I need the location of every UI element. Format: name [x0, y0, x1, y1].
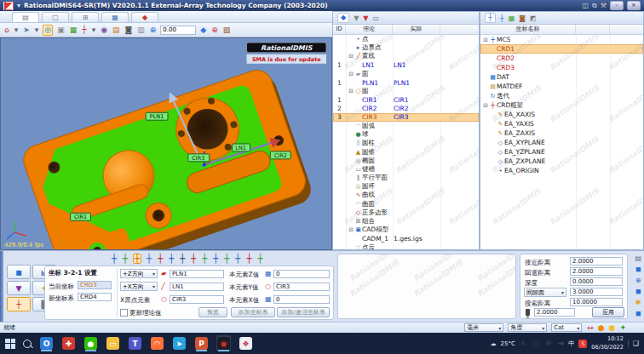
cursor-dropdown-icon[interactable]: ▾	[34, 26, 40, 35]
taskbar-app-wechat[interactable]: ●	[83, 335, 98, 351]
clearance-select[interactable]: 间隙圆▾	[524, 288, 566, 297]
add-coordinate-button[interactable]: 添加坐标系	[231, 307, 275, 317]
tab-document[interactable]: ▢	[42, 12, 69, 22]
tree-row-点云[interactable]: ∷点云	[333, 243, 479, 250]
tree-row-圆环[interactable]: ◎圆环	[333, 182, 479, 191]
add-activate-coordinate-button[interactable]: 添加/激活坐标系	[277, 307, 330, 317]
tree-row-圆[interactable]: ⊟○圆	[333, 87, 479, 95]
feature-monitor-icon[interactable]: ▭	[372, 14, 379, 22]
taskbar-app-security[interactable]: ✚	[61, 335, 76, 351]
csys-method-13[interactable]: ┼	[245, 254, 252, 263]
cursor-select-icon[interactable]: ➤	[22, 26, 31, 35]
start-button[interactable]	[5, 339, 15, 349]
tree-row-圆锥[interactable]: ▲圆锥	[333, 147, 479, 156]
collapse-icon[interactable]: ⊟	[348, 71, 354, 77]
probe-diameter-input[interactable]	[534, 308, 575, 317]
tree-row-曲线[interactable]: ∿曲线	[333, 191, 479, 199]
cylinder-view-icon[interactable]: ▥	[136, 26, 146, 35]
probe-param-input-5[interactable]	[570, 298, 623, 306]
taskbar-app-outlook[interactable]: O	[39, 335, 54, 351]
tray-device-icon[interactable]: ▭	[531, 339, 540, 348]
tree-row-ea_xaxis[interactable]: ✎EA_XAXIS	[480, 110, 643, 119]
csys-method-321[interactable]: ┼	[133, 254, 141, 264]
rotate-center-icon[interactable]: ◎	[43, 25, 53, 36]
zoom-value-input[interactable]	[160, 26, 196, 35]
feature-tree-tab-icon[interactable]: ◆	[337, 13, 349, 23]
tree-row-圆弧[interactable]: ◠圆弧	[333, 122, 479, 130]
tree-row-ea_zaxis[interactable]: ✎EA_ZAXIS	[480, 128, 643, 138]
taskbar-app-rationaldmis[interactable]: ◉	[216, 335, 231, 351]
tree-row-mcs[interactable]: ⊟┼MCS	[480, 35, 643, 44]
tree-row-pln1[interactable]: 1PLN1PLN1	[333, 78, 479, 87]
dock-probe2-icon[interactable]: ◼	[635, 310, 642, 318]
tree-row-正多边形[interactable]: ◇正多边形	[333, 208, 479, 217]
csys-method-9[interactable]: ┼	[201, 254, 208, 263]
csys-method-12[interactable]: ┼	[234, 254, 241, 263]
view-eye-icon[interactable]: ◉	[100, 26, 108, 35]
coordinate-setup-button[interactable]: ┼	[7, 297, 31, 311]
element-input-3[interactable]	[170, 295, 224, 304]
status-ball-icon[interactable]: ●	[597, 323, 606, 333]
tree-row-crd1[interactable]: CRD1	[480, 44, 643, 54]
taskbar-app-misc[interactable]: ❖	[239, 335, 253, 351]
csys-method-11[interactable]: ┼	[223, 254, 230, 263]
tree-row-边界点[interactable]: ▸边界点	[333, 43, 479, 52]
value-input-2[interactable]	[273, 283, 330, 291]
window-swap-icon[interactable]: ⧉	[592, 3, 597, 9]
dock-zoom-icon[interactable]: ⊕	[635, 277, 642, 285]
tree-row-面[interactable]: ⊟▰面	[333, 70, 479, 78]
tree-row-cadm_1[interactable]: CADM_11.ges.igs	[333, 234, 479, 243]
tree-row-平行平面[interactable]: ∥平行平面	[333, 174, 479, 182]
current-coord-input[interactable]	[78, 281, 112, 289]
feature-label-cir2[interactable]: CIR2	[270, 151, 290, 159]
csys-method-2[interactable]: ┼	[122, 254, 129, 263]
coord-lock-icon[interactable]: ◙	[519, 14, 526, 22]
dock-print-icon[interactable]: ▤	[634, 254, 642, 263]
units-select[interactable]: 毫米▾	[464, 323, 503, 332]
tree-row-球[interactable]: ●球	[333, 130, 479, 139]
tree-row-ea_zxplane[interactable]: ◇EA_ZXPLANE	[480, 157, 643, 166]
status-ok-icon[interactable]: ✦	[618, 323, 627, 333]
zoom-select-icon[interactable]: ⊕	[210, 26, 219, 35]
apply-button[interactable]: 应用	[592, 307, 624, 317]
zoom-value-icon[interactable]: ⊕	[149, 26, 158, 35]
tab-machine[interactable]: ▤	[12, 12, 39, 22]
dock-gear-icon[interactable]: ✱	[635, 299, 642, 307]
render-mode-icon[interactable]: ▤	[112, 26, 121, 35]
tree-row-圆柱[interactable]: ▯圆柱	[333, 139, 479, 147]
taskbar-search-icon[interactable]	[23, 340, 32, 348]
axis-triad-icon[interactable]: ┼	[81, 26, 87, 35]
csys-method-14[interactable]: ┼	[256, 254, 263, 263]
tree-row-cir2[interactable]: 2CIR2CIR2	[333, 105, 479, 113]
coord-tree-tab-icon[interactable]: ┼	[485, 13, 496, 23]
tree-row-crd2[interactable]: CRD2	[480, 54, 643, 63]
tree-row-ea_yaxis[interactable]: ✎EA_YAXIS	[480, 119, 643, 128]
tree-row-键槽[interactable]: ▭键槽	[333, 165, 479, 174]
material-icon[interactable]: ▧	[222, 26, 232, 35]
weather-temp[interactable]: 25°C	[500, 340, 515, 347]
tree-row-crd框架[interactable]: ⊟┼CRD框架	[480, 100, 643, 110]
csys-method-5[interactable]: ┼	[157, 254, 164, 263]
collapse-icon[interactable]: ⊟	[348, 226, 354, 233]
status-swap-icon[interactable]: ↔	[586, 323, 595, 333]
status-clock-icon[interactable]: ●	[608, 323, 617, 333]
tab-graphics[interactable]: ◆	[131, 12, 158, 22]
snapshot-icon[interactable]: ◙	[124, 26, 134, 35]
layers-icon[interactable]: ▦	[69, 26, 78, 35]
value-input-1[interactable]	[273, 270, 330, 278]
direction-select-2[interactable]: +X方向▾	[120, 282, 158, 291]
angle-select[interactable]: 角度▾	[508, 323, 547, 332]
tree-row-组合[interactable]: ⊞组合	[333, 217, 479, 226]
box-select-icon[interactable]: ▣	[56, 26, 66, 35]
probe-param-input-2[interactable]	[570, 267, 623, 276]
preview-button[interactable]: 预览	[198, 307, 227, 317]
direction-select-1[interactable]: +Z方向▾	[120, 269, 158, 278]
feature-label-pln1[interactable]: PLN1	[146, 112, 168, 120]
taskbar-app-powerpoint[interactable]: P	[194, 335, 209, 351]
tab-table[interactable]: ⊞	[72, 12, 99, 22]
weather-cloud-icon[interactable]: ☁	[490, 340, 496, 347]
feature-label-ln1[interactable]: LN1	[233, 144, 250, 151]
taskbar-app-teams[interactable]: T	[128, 335, 142, 351]
tree-row-cir1[interactable]: 1CIR1CIR1	[333, 95, 479, 104]
probe-purple-button[interactable]: ▼	[7, 281, 31, 295]
